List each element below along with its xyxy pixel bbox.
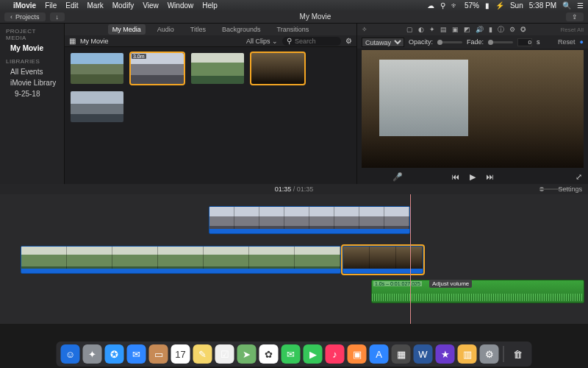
dock-app-mail[interactable]: ✉ [127,344,146,364]
dock-app-itunes[interactable]: ♪ [326,344,345,364]
timeline-settings-button[interactable]: Settings [558,185,582,193]
browser-settings-button[interactable]: ⚙ [345,37,352,45]
info-button[interactable]: ⓘ [498,25,504,35]
fade-label: Fade: [467,38,484,46]
dock-app-finder[interactable]: ☺ [61,344,80,364]
dock-app-photos[interactable]: ✿ [259,344,279,364]
timeline[interactable]: 1.0s – 0:01:027,025 Adjust volume [0,194,588,324]
tab-titles[interactable]: Titles [186,24,210,35]
color-balance-button[interactable]: ◐ [418,26,424,33]
menu-modify[interactable]: Modify [112,1,134,10]
project-title: My Movie [69,13,562,21]
sidebar-item-library[interactable]: iMovie Library [0,77,64,88]
inspector-toolbar: ✧ ▢ ◐ ✦ ▤ ▣ ◩ 🔊 ▮ ⓘ ⚙ ✪ Reset All [357,24,588,35]
timecode-total: 01:35 [297,185,314,193]
statusicon-spotlight[interactable]: ⚲ [440,1,445,10]
dock-app-messages[interactable]: ✉ [282,344,301,364]
dock-app-ibooks[interactable]: ▣ [348,344,367,364]
media-browser[interactable]: 3.0m [65,47,356,184]
dock-app-calendar[interactable]: 17 [171,344,190,364]
share-button[interactable]: ⇪ [566,13,584,21]
tab-audio[interactable]: Audio [153,24,179,35]
playhead[interactable] [410,194,411,324]
tab-transitions[interactable]: Transitions [273,24,314,35]
media-thumb[interactable] [71,91,123,122]
timeline-zoom-slider[interactable] [539,187,544,191]
sidebar-item-all-events[interactable]: All Events [0,66,64,77]
import-button[interactable]: ↓ [50,13,65,21]
dock-app-reminders[interactable]: ☑ [215,344,234,364]
grid-toggle-button[interactable]: ▦ [69,37,76,45]
dock-app-imovie[interactable]: ★ [436,344,455,364]
search-input[interactable] [295,38,337,45]
next-button[interactable]: ⏭ [486,172,494,181]
voiceover-button[interactable]: 🎤 [392,172,403,182]
tab-my-media[interactable]: My Media [108,24,146,35]
dock-app-facetime[interactable]: ▶ [304,344,323,364]
browser-selection-label[interactable]: My Movie [80,38,109,45]
eq-button[interactable]: ▮ [489,26,492,33]
timeline-audio-clip[interactable]: 1.0s – 0:01:027,025 Adjust volume [371,280,584,303]
magic-wand-button[interactable]: ✧ [362,26,368,33]
media-thumb[interactable] [251,53,304,84]
fullscreen-button[interactable]: ⤢ [576,172,582,182]
preview-viewer[interactable] [362,50,584,168]
dock-trash[interactable]: 🗑 [509,344,528,364]
app-menu[interactable]: iMovie [13,1,36,10]
stabilize-button[interactable]: ▣ [452,26,459,33]
prev-button[interactable]: ⏮ [451,172,459,181]
dock-app-folder[interactable]: ▥ [458,344,477,364]
clock-time[interactable]: 5:38 PM [529,1,556,10]
dock-app-contacts[interactable]: ▭ [149,344,168,364]
dock-app-preview[interactable]: ▦ [392,344,411,364]
sidebar-item-project[interactable]: My Movie [0,43,64,54]
menu-help[interactable]: Help [202,1,218,10]
statusicon-cloud[interactable]: ☁ [427,1,434,10]
play-button[interactable]: ▶ [470,172,476,182]
crop-button[interactable]: ▤ [440,26,447,33]
timeline-clip-selected[interactable] [343,246,423,274]
tab-backgrounds[interactable]: Backgrounds [218,24,265,35]
timeline-clip-overlay[interactable] [209,206,410,234]
dock-app-preferences[interactable]: ⚙ [480,344,499,364]
sidebar-item-event[interactable]: 9-25-18 [0,88,64,99]
back-to-projects-button[interactable]: ‹ Projects [4,13,46,21]
dock-app-word[interactable]: W [414,344,433,364]
reset-overlay-button[interactable]: Reset [558,38,576,46]
overlay-button[interactable]: ▢ [406,26,413,33]
dock-app-safari[interactable]: ✪ [105,344,124,364]
dock-app-notes[interactable]: ✎ [193,344,212,364]
menu-window[interactable]: Window [168,1,194,10]
fade-slider[interactable] [488,41,513,43]
apply-check-icon[interactable]: ● [580,38,584,46]
overlay-mode-select[interactable]: Cutaway [362,38,404,47]
dock-app-appstore[interactable]: A [370,344,389,364]
dock-app-launchpad[interactable]: ✦ [83,344,102,364]
statusicon-notifications[interactable]: ☰ [577,1,584,10]
statusicon-wifi[interactable]: ᯤ [451,1,459,10]
speed-button[interactable]: ✪ [520,26,526,33]
thumb-duration: 3.0m [132,54,146,59]
search-field[interactable]: ⚲ [282,37,341,46]
media-thumb[interactable]: 3.0m [131,53,184,84]
menubar: iMovie File Edit Mark Modify View Window… [0,0,588,10]
media-thumb[interactable] [191,53,244,84]
fade-value-field[interactable] [517,38,532,46]
clip-filter-dropdown[interactable]: All Clips ⌄ [246,38,278,45]
media-thumb[interactable] [71,53,123,84]
menu-view[interactable]: View [143,1,159,10]
menu-file[interactable]: File [45,1,57,10]
opacity-slider[interactable] [437,41,462,43]
dock-app-maps[interactable]: ➤ [237,344,257,364]
noise-button[interactable]: 🔊 [476,26,484,33]
filter-button[interactable]: ⚙ [509,26,515,33]
timeline-clip[interactable] [21,246,341,274]
clock-day[interactable]: Sun [510,1,523,10]
menu-edit[interactable]: Edit [65,1,78,10]
color-correct-button[interactable]: ✦ [429,26,435,33]
menu-mark[interactable]: Mark [87,1,103,10]
reset-all-button[interactable]: Reset All [560,26,584,33]
volume-button[interactable]: ◩ [464,26,470,33]
statusicon-search[interactable]: 🔍 [562,1,571,10]
battery-percent[interactable]: 57% [465,1,479,10]
